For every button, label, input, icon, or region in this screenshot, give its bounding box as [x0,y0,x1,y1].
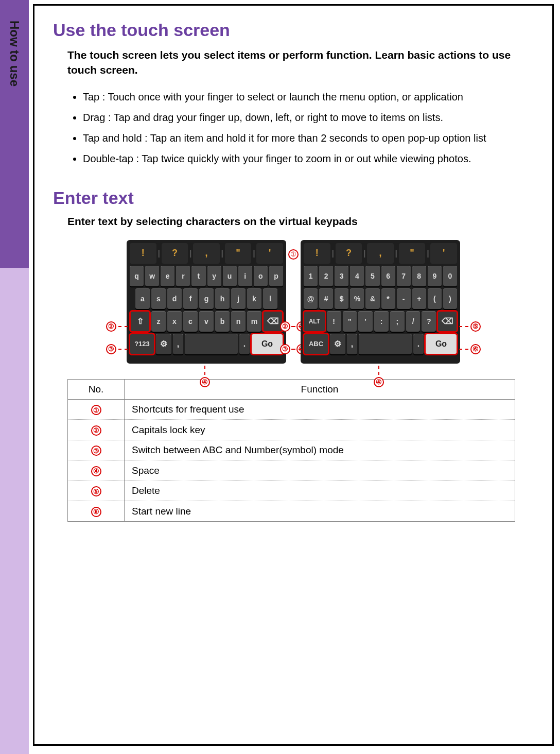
key[interactable]: - [397,288,411,309]
shortcut-key[interactable]: ' [430,243,457,264]
key[interactable]: s [151,288,166,309]
key[interactable]: l [263,288,277,309]
shortcut-key[interactable]: , [367,243,394,264]
key[interactable]: n [231,311,246,332]
sidebar-tab-howtouse[interactable]: How to use [0,0,29,268]
settings-key[interactable]: ⚙ [330,334,345,354]
shortcut-key[interactable]: ! [304,243,330,264]
period-key[interactable]: . [239,334,250,354]
key[interactable]: ' [358,311,373,332]
key[interactable]: e [161,266,174,286]
key[interactable]: w [145,266,159,286]
table-row: ⑤Delete [68,481,515,501]
key[interactable]: * [381,288,395,309]
key[interactable]: 7 [397,266,411,286]
key[interactable]: 2 [319,266,333,286]
list-item: Tap : Touch once with your finger to sel… [83,87,534,107]
key[interactable]: 3 [335,266,348,286]
shortcut-key[interactable]: ! [130,243,156,264]
shortcut-key[interactable]: ' [256,243,283,264]
table-row: ①Shortcuts for frequent use [68,399,515,420]
sidebar: How to use [0,0,29,754]
period-key[interactable]: . [413,334,424,354]
shortcut-key[interactable]: " [225,243,252,264]
key[interactable]: : [374,311,389,332]
key[interactable]: # [319,288,333,309]
key[interactable]: 9 [428,266,442,286]
comma-key[interactable]: , [347,334,357,354]
key[interactable]: q [130,266,144,286]
space-key[interactable] [185,334,238,354]
page: How to use Use the touch screen The touc… [0,0,560,754]
keyboard-abc: !| ?| ,| "| ' q w e r [127,240,286,364]
key[interactable]: + [412,288,426,309]
key[interactable]: t [191,266,205,286]
key[interactable]: % [350,288,364,309]
key[interactable]: " [343,311,357,332]
table-row: ④Space [68,460,515,481]
go-key[interactable]: Go [425,334,457,354]
mode-switch-key[interactable]: ?123 [130,334,154,354]
settings-key[interactable]: ⚙ [156,334,171,354]
table-row: ③Switch between ABC and Number(symbol) m… [68,440,515,460]
key[interactable]: g [199,288,214,309]
list-item: Tap and hold : Tap an item and hold it f… [83,128,534,148]
key[interactable]: 1 [304,266,318,286]
key[interactable]: v [199,311,214,332]
key[interactable]: h [215,288,230,309]
go-key[interactable]: Go [251,334,283,354]
key[interactable]: / [406,311,421,332]
key[interactable]: j [231,288,246,309]
key[interactable]: & [365,288,379,309]
shift-key[interactable]: ⇧ [130,311,150,332]
key[interactable]: o [254,266,268,286]
key[interactable]: ! [327,311,341,332]
mode-switch-key[interactable]: ABC [304,334,328,354]
key[interactable]: ? [422,311,436,332]
touch-actions-list: Tap : Touch once with your finger to sel… [83,87,534,168]
shortcut-key[interactable]: , [193,243,220,264]
space-key[interactable] [359,334,412,354]
key[interactable]: ) [443,288,457,309]
key[interactable]: 0 [443,266,457,286]
key[interactable]: ; [390,311,405,332]
key[interactable]: m [247,311,261,332]
key[interactable]: d [167,288,182,309]
th-no: No. [68,379,125,399]
table-row: ②Capitals lock key [68,420,515,440]
key[interactable]: k [247,288,261,309]
alt-key[interactable]: ALT [304,311,325,332]
backspace-key[interactable]: ⌫ [437,311,457,332]
content-wrap: Use the touch screen The touch screen le… [29,0,560,754]
sidebar-tab-label: How to use [7,21,22,87]
shortcut-key[interactable]: " [399,243,426,264]
key[interactable]: ( [428,288,442,309]
key[interactable]: 5 [365,266,379,286]
key[interactable]: p [269,266,283,286]
key[interactable]: r [176,266,190,286]
key[interactable]: c [183,311,198,332]
callout-5-right: ⑤ [459,321,481,332]
key[interactable]: a [135,288,150,309]
key[interactable]: i [238,266,252,286]
kb-shortcut-row: !| ?| ,| "| ' [130,243,283,264]
callout-4-right: ④ [374,366,384,387]
shortcut-key[interactable]: ? [162,243,188,264]
key[interactable]: b [215,311,230,332]
key[interactable]: @ [304,288,318,309]
keyboard-numeric: !| ?| ,| "| ' 1 2 3 4 [301,240,460,364]
function-table: No. Function ①Shortcuts for frequent use… [67,379,515,522]
key[interactable]: 8 [412,266,426,286]
key[interactable]: u [223,266,237,286]
key[interactable]: x [167,311,182,332]
shortcut-key[interactable]: ? [336,243,362,264]
key[interactable]: $ [335,288,348,309]
callout-4-left: ④ [200,366,210,387]
comma-key[interactable]: , [173,334,183,354]
key[interactable]: 4 [350,266,364,286]
key[interactable]: f [183,288,198,309]
content: Use the touch screen The touch screen le… [33,4,554,746]
key[interactable]: y [207,266,221,286]
key[interactable]: z [151,311,166,332]
key[interactable]: 6 [381,266,395,286]
